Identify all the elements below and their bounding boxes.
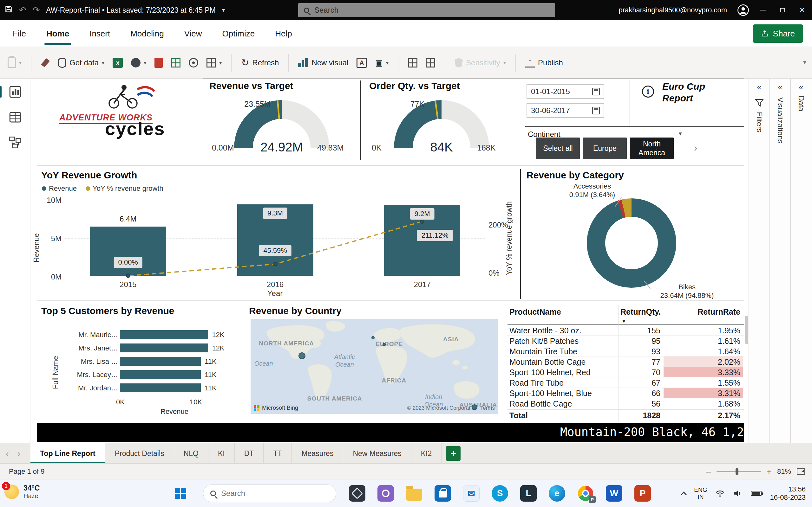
order-qty-gauge-visual[interactable]: Order Qty. vs Target 77K 0K 84K 168K bbox=[365, 80, 518, 163]
recent-sources-button[interactable] bbox=[189, 58, 198, 67]
top5-bar-2[interactable] bbox=[120, 343, 208, 352]
refresh-button[interactable]: ↻Refresh bbox=[241, 58, 279, 67]
taskbar-clock[interactable]: 13:56 16-08-2023 bbox=[770, 485, 806, 502]
new-measure-button[interactable] bbox=[408, 58, 417, 67]
continent-option-select-all[interactable]: Select all bbox=[536, 137, 580, 159]
continent-option-north-america[interactable]: North America bbox=[630, 137, 674, 159]
date-from-picker[interactable]: 01-01-2015 bbox=[526, 84, 604, 99]
table-row[interactable]: Patch Kit/8 Patches951.61% bbox=[507, 336, 744, 346]
menu-item-help[interactable]: Help bbox=[274, 29, 293, 39]
collapse-ribbon-icon[interactable]: ▾ bbox=[803, 58, 806, 66]
excel-workbook-button[interactable]: x bbox=[113, 58, 123, 68]
taskbar-app-camera-app[interactable] bbox=[377, 485, 394, 502]
taskbar-app-skype[interactable]: S bbox=[492, 485, 508, 502]
expand-visualizations-icon[interactable]: « bbox=[778, 82, 782, 92]
minimize-button[interactable] bbox=[753, 0, 773, 20]
sort-descending-icon[interactable]: ▼ bbox=[622, 319, 626, 324]
weather-widget[interactable]: 1 34°C Haze bbox=[4, 484, 40, 500]
zoom-in-button[interactable]: + bbox=[767, 467, 771, 476]
menu-item-file[interactable]: File bbox=[11, 29, 27, 39]
yoy-line-point[interactable] bbox=[420, 219, 424, 224]
top5-bar-4[interactable] bbox=[120, 370, 201, 379]
language-indicator[interactable]: ENG IN bbox=[694, 487, 707, 500]
zoom-slider[interactable] bbox=[716, 471, 761, 472]
sql-server-button[interactable] bbox=[154, 58, 163, 68]
taskbar-search-input[interactable] bbox=[221, 489, 316, 498]
tab-nlq[interactable]: NLQ bbox=[174, 443, 208, 464]
onelake-data-hub-button[interactable]: ▾ bbox=[131, 58, 146, 67]
save-icon[interactable] bbox=[4, 5, 13, 15]
table-row[interactable]: Sport-100 Helmet, Red703.33% bbox=[507, 367, 744, 377]
zoom-slider-thumb[interactable] bbox=[735, 468, 739, 475]
menu-item-insert[interactable]: Insert bbox=[88, 29, 111, 39]
column-header-productname[interactable]: ProductName bbox=[509, 307, 561, 317]
map-data-point-2[interactable] bbox=[371, 336, 374, 339]
menu-item-home[interactable]: Home bbox=[45, 29, 70, 39]
taskbar-app-photos[interactable] bbox=[349, 485, 365, 502]
taskbar-search[interactable] bbox=[203, 485, 336, 502]
continent-option-europe[interactable]: Europe bbox=[583, 137, 627, 159]
info-icon[interactable]: i bbox=[642, 86, 654, 98]
tab-dt[interactable]: DT bbox=[235, 443, 264, 464]
table-row[interactable]: Road Tire Tube671.55% bbox=[507, 377, 744, 388]
continent-dropdown-icon[interactable]: ▾ bbox=[679, 130, 682, 137]
undo-icon[interactable]: ↶ bbox=[19, 5, 26, 15]
tab-top-line-report[interactable]: Top Line Report bbox=[31, 443, 105, 464]
top5-bar-3[interactable] bbox=[120, 357, 201, 366]
slicer-next-chevron[interactable]: › bbox=[694, 142, 698, 154]
tab-measures[interactable]: Measures bbox=[292, 443, 343, 464]
report-view-button[interactable] bbox=[8, 85, 22, 99]
table-scrollbar[interactable] bbox=[745, 316, 748, 344]
user-email[interactable]: prakharsinghal9500@novypro.com bbox=[618, 6, 727, 14]
taskbar-app-store[interactable] bbox=[435, 485, 451, 502]
table-total-row[interactable]: Total18282.17% bbox=[507, 409, 744, 420]
zoom-out-button[interactable]: – bbox=[706, 467, 711, 476]
fit-to-page-button[interactable] bbox=[797, 468, 805, 475]
yoy-line-point[interactable] bbox=[273, 262, 277, 266]
tray-overflow-chevron-icon[interactable] bbox=[681, 492, 687, 497]
bing-logo[interactable]: Microsoft Bing bbox=[254, 405, 298, 411]
taskbar-app-file-explorer[interactable] bbox=[406, 485, 422, 502]
get-data-button[interactable]: Get data▾ bbox=[58, 58, 104, 68]
taskbar-app-chrome[interactable]: P bbox=[577, 485, 594, 502]
text-box-button[interactable]: A bbox=[357, 58, 367, 68]
data-panel-label[interactable]: Data bbox=[797, 95, 806, 112]
tab-new-measures[interactable]: New Measures bbox=[343, 443, 411, 464]
taskbar-app-l-app[interactable]: L bbox=[520, 485, 537, 502]
table-row[interactable]: Mountain Bottle Cage772.02% bbox=[507, 356, 744, 367]
column-header-returnrate[interactable]: ReturnRate bbox=[664, 307, 740, 317]
paste-button[interactable]: ▾ bbox=[8, 57, 21, 68]
wifi-icon[interactable] bbox=[715, 490, 725, 497]
table-row[interactable]: Water Bottle - 30 oz.1551.95% bbox=[507, 325, 744, 336]
new-page-button[interactable]: + bbox=[446, 446, 461, 461]
expand-data-icon[interactable]: « bbox=[799, 82, 803, 92]
top5-bar-1[interactable] bbox=[120, 330, 208, 339]
menu-item-modeling[interactable]: Modeling bbox=[129, 29, 165, 39]
taskbar-app-powerpoint[interactable]: P bbox=[635, 485, 651, 502]
publish-button[interactable]: Publish bbox=[525, 58, 563, 67]
start-button[interactable] bbox=[175, 488, 186, 499]
table-row[interactable]: Sport-100 Helmet, Blue663.31% bbox=[507, 388, 744, 398]
taskbar-app-mail[interactable]: ✉ bbox=[463, 485, 479, 502]
taskbar-app-edge[interactable]: e bbox=[549, 485, 565, 502]
filters-panel-label[interactable]: Filters bbox=[755, 112, 764, 132]
prev-page-arrow[interactable]: ‹ bbox=[6, 448, 9, 459]
table-row[interactable]: Mountain Tire Tube931.64% bbox=[507, 346, 744, 356]
close-button[interactable]: ✕ bbox=[792, 0, 812, 20]
tab-product-details[interactable]: Product Details bbox=[105, 443, 174, 464]
model-view-button[interactable] bbox=[8, 135, 22, 150]
tab-ki[interactable]: KI bbox=[208, 443, 235, 464]
new-visual-button[interactable]: New visual bbox=[298, 58, 348, 67]
table-row[interactable]: Road Bottle Cage561.68% bbox=[507, 398, 744, 409]
menu-item-optimize[interactable]: Optimize bbox=[221, 29, 256, 39]
volume-icon[interactable] bbox=[733, 490, 743, 497]
map-data-point-4[interactable] bbox=[472, 404, 477, 410]
tab-ki2[interactable]: KI2 bbox=[411, 443, 442, 464]
column-header-returnqty[interactable]: ReturnQty. bbox=[620, 307, 660, 317]
titlebar-search-input[interactable] bbox=[314, 6, 517, 14]
format-painter-button[interactable] bbox=[41, 58, 50, 67]
sensitivity-button[interactable]: Sensitivity▾ bbox=[455, 58, 506, 67]
data-view-button[interactable] bbox=[8, 110, 22, 124]
title-caret-icon[interactable]: ▾ bbox=[222, 7, 225, 14]
top5-bar-5[interactable] bbox=[120, 383, 201, 392]
